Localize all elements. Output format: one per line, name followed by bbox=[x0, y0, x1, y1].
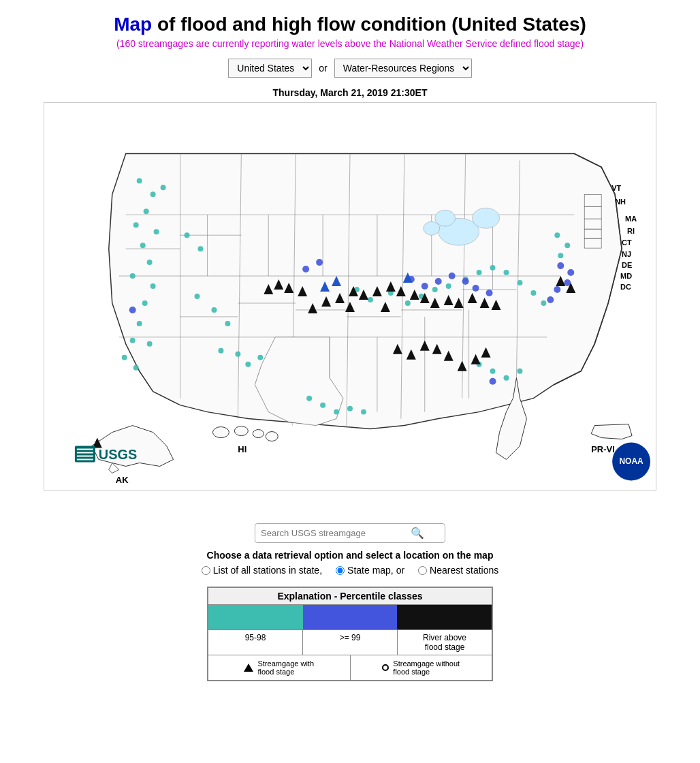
search-button[interactable]: 🔍 bbox=[411, 527, 424, 540]
svg-text:NH: NH bbox=[615, 198, 626, 206]
svg-point-56 bbox=[144, 208, 149, 214]
svg-point-80 bbox=[368, 297, 373, 302]
legend-box: Explanation - Percentile classes 95-98 >… bbox=[207, 587, 493, 681]
svg-point-60 bbox=[140, 243, 146, 248]
svg-point-95 bbox=[558, 253, 563, 258]
svg-point-120 bbox=[490, 378, 496, 385]
us-map-svg[interactable]: AK HI PR-VI NH VT MA RI CT NJ DE bbox=[44, 103, 656, 490]
radio-state-map-label: State map, or bbox=[347, 565, 404, 576]
svg-point-92 bbox=[541, 300, 546, 306]
svg-point-32 bbox=[424, 221, 440, 235]
radio-state-map-input[interactable] bbox=[336, 566, 345, 575]
svg-text:VT: VT bbox=[611, 184, 621, 192]
svg-point-91 bbox=[530, 290, 536, 296]
svg-point-70 bbox=[185, 232, 190, 238]
svg-point-57 bbox=[161, 185, 166, 190]
svg-point-90 bbox=[517, 280, 522, 285]
svg-point-113 bbox=[567, 269, 574, 276]
legend-triangle-label: Streamgage with flood stage bbox=[257, 659, 314, 676]
legend-label-9598: 95-98 bbox=[208, 630, 303, 655]
svg-text:NOAA: NOAA bbox=[619, 456, 643, 466]
svg-point-71 bbox=[197, 246, 203, 251]
svg-text:MD: MD bbox=[620, 272, 632, 280]
svg-point-39 bbox=[212, 427, 229, 438]
radio-options-row: List of all stations in state, State map… bbox=[14, 565, 686, 576]
svg-text:MA: MA bbox=[625, 215, 637, 223]
svg-point-118 bbox=[302, 266, 309, 272]
svg-point-41 bbox=[253, 430, 264, 438]
svg-point-100 bbox=[306, 396, 312, 401]
svg-point-103 bbox=[347, 406, 353, 411]
svg-point-69 bbox=[133, 365, 139, 371]
svg-point-55 bbox=[150, 191, 156, 197]
radio-nearest[interactable]: Nearest stations bbox=[418, 565, 498, 576]
search-box: 🔍 bbox=[255, 523, 445, 543]
svg-point-54 bbox=[137, 178, 142, 183]
map-svg-wrapper[interactable]: AK HI PR-VI NH VT MA RI CT NJ DE bbox=[44, 102, 656, 490]
radio-nearest-input[interactable] bbox=[418, 566, 427, 575]
svg-point-119 bbox=[316, 259, 323, 266]
svg-text:CT: CT bbox=[622, 238, 632, 247]
svg-point-74 bbox=[225, 321, 230, 326]
svg-point-64 bbox=[142, 300, 148, 306]
svg-point-104 bbox=[361, 409, 366, 415]
svg-text:USGS: USGS bbox=[99, 447, 138, 462]
legend-labels-row: 95-98 >= 99 River above flood stage bbox=[208, 629, 492, 655]
svg-point-75 bbox=[218, 348, 223, 354]
radio-state-map[interactable]: State map, or bbox=[336, 565, 404, 576]
title-main: of flood and high flow condition (United… bbox=[152, 14, 586, 35]
search-input[interactable] bbox=[261, 528, 411, 538]
svg-point-116 bbox=[547, 296, 554, 303]
svg-point-40 bbox=[234, 426, 248, 436]
svg-point-101 bbox=[320, 403, 325, 408]
radio-nearest-label: Nearest stations bbox=[430, 565, 498, 576]
svg-point-67 bbox=[147, 341, 153, 347]
water-regions-select[interactable]: Water-Resources Regions bbox=[334, 59, 472, 78]
svg-point-65 bbox=[137, 321, 142, 326]
subtitle: (160 streamgages are currently reporting… bbox=[14, 38, 686, 49]
svg-point-76 bbox=[235, 352, 240, 357]
svg-text:AK: AK bbox=[116, 475, 129, 485]
svg-text:HI: HI bbox=[238, 444, 246, 454]
svg-point-111 bbox=[486, 290, 493, 296]
svg-text:NJ: NJ bbox=[622, 250, 631, 258]
svg-point-61 bbox=[147, 260, 153, 265]
svg-point-68 bbox=[122, 355, 127, 360]
radio-list-input[interactable] bbox=[202, 566, 210, 575]
svg-point-93 bbox=[554, 232, 560, 238]
legend-symbols-row: Streamgage with flood stage Streamgage w… bbox=[208, 655, 492, 680]
svg-point-77 bbox=[245, 362, 251, 367]
legend-color-black bbox=[397, 605, 492, 629]
legend-circle-label: Streamgage without flood stage bbox=[393, 659, 460, 676]
svg-point-110 bbox=[473, 285, 479, 292]
svg-point-107 bbox=[435, 278, 442, 285]
map-timestamp: Thursday, March 21, 2019 21:30ET bbox=[14, 87, 686, 98]
legend-section: Explanation - Percentile classes 95-98 >… bbox=[14, 587, 686, 681]
svg-point-72 bbox=[195, 294, 200, 299]
svg-point-62 bbox=[130, 273, 136, 279]
svg-point-73 bbox=[211, 307, 217, 313]
legend-title: Explanation - Percentile classes bbox=[208, 588, 492, 605]
legend-label-flood: River above flood stage bbox=[398, 630, 492, 655]
region-select[interactable]: United States bbox=[228, 59, 312, 78]
svg-point-117 bbox=[129, 307, 136, 313]
svg-point-63 bbox=[150, 283, 156, 289]
svg-text:RI: RI bbox=[627, 227, 635, 235]
legend-colors-row bbox=[208, 605, 492, 629]
radio-list-stations[interactable]: List of all stations in state, bbox=[202, 565, 322, 576]
page-title: Map of flood and high flow condition (Un… bbox=[14, 14, 686, 35]
svg-point-30 bbox=[473, 208, 500, 228]
svg-point-96 bbox=[503, 375, 509, 381]
svg-point-78 bbox=[257, 355, 263, 360]
svg-point-58 bbox=[133, 222, 139, 228]
circle-icon bbox=[382, 664, 389, 671]
svg-point-42 bbox=[266, 432, 278, 441]
svg-point-102 bbox=[334, 409, 339, 415]
svg-point-31 bbox=[435, 210, 456, 226]
map-container: AK HI PR-VI NH VT MA RI CT NJ DE bbox=[44, 102, 656, 511]
svg-point-97 bbox=[517, 369, 522, 374]
page-header: Map of flood and high flow condition (Un… bbox=[14, 14, 686, 49]
svg-point-89 bbox=[503, 270, 509, 275]
svg-point-94 bbox=[564, 243, 570, 248]
svg-point-98 bbox=[490, 369, 496, 374]
